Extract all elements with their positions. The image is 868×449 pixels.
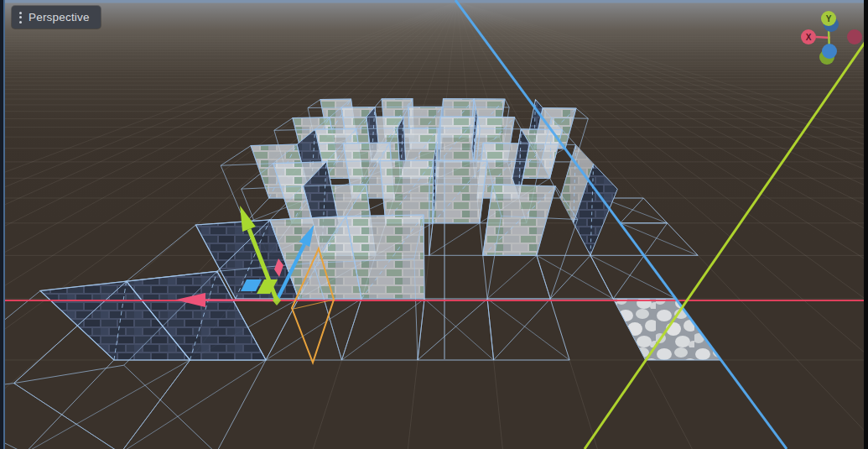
- gizmo-x-arrow-shaft[interactable]: [205, 300, 277, 301]
- wall-tile[interactable]: [380, 160, 434, 222]
- 3d-viewport[interactable]: Perspective Y X: [0, 0, 868, 449]
- kebab-vertical-icon: [19, 12, 22, 23]
- viewport-left-accent-border: [3, 0, 5, 449]
- axis-y-label: Y: [826, 14, 832, 23]
- sky-horizon-strip: [0, 0, 868, 3]
- orientation-gizmo[interactable]: Y X: [793, 6, 868, 70]
- perspective-menu-button[interactable]: Perspective: [12, 6, 101, 29]
- axis-x-negative-ball[interactable]: [847, 29, 862, 44]
- axis-x-label: X: [806, 33, 812, 42]
- axis-z-ball[interactable]: [822, 44, 837, 59]
- scene-canvas[interactable]: [0, 0, 868, 449]
- perspective-label: Perspective: [29, 11, 90, 23]
